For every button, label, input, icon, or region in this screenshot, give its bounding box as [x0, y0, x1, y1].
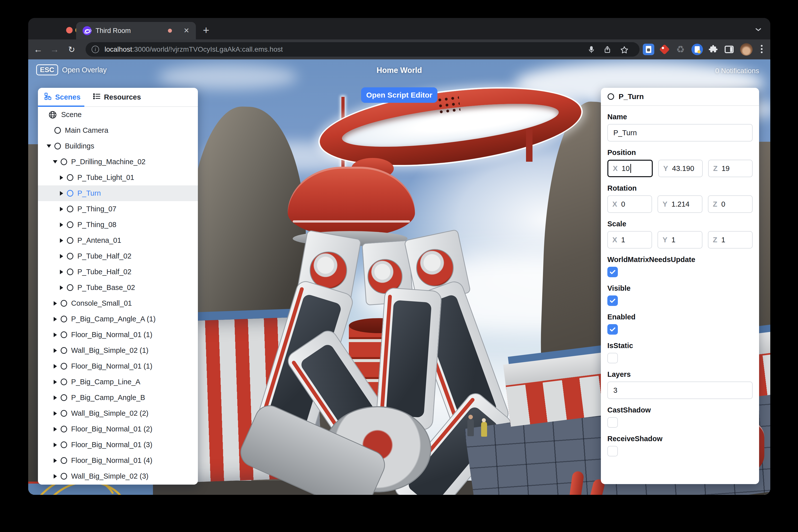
tree-caret-icon[interactable] [58, 254, 65, 259]
tab-scenes[interactable]: Scenes [44, 92, 81, 102]
tree-caret-icon[interactable] [58, 191, 65, 196]
receiveshadow-checkbox[interactable] [607, 446, 618, 456]
open-script-editor-button[interactable]: Open Script Editor [361, 87, 437, 103]
tree-item-p-big-camp-angle-a-1-[interactable]: P_Big_Camp_Angle_A (1) [38, 311, 198, 327]
tree-caret-icon[interactable] [52, 474, 59, 479]
tree-item-wall-big-simple-02-3-[interactable]: Wall_Big_Simple_02 (3) [38, 468, 198, 484]
node-circle-icon [61, 331, 67, 338]
tree-caret-icon[interactable] [52, 332, 59, 337]
extensions-puzzle-icon[interactable] [707, 44, 719, 55]
isstatic-checkbox[interactable] [607, 353, 618, 363]
node-circle-icon [67, 237, 73, 244]
scale-z-input[interactable]: Z1 [708, 231, 753, 249]
scale-y-input[interactable]: Y1 [658, 231, 702, 249]
position-x-input[interactable]: X10 [607, 160, 653, 177]
tree-item-wall-big-simple-02-2-[interactable]: Wall_Big_Simple_02 (2) [38, 405, 198, 421]
tree-item-p-drilling-machine-02[interactable]: P_Drilling_Machine_02 [38, 154, 198, 170]
tree-item-floor-big-normal-01-1-[interactable]: Floor_Big_Normal_01 (1) [38, 358, 198, 374]
tab-close-button[interactable]: ✕ [184, 27, 189, 34]
node-circle-icon [61, 457, 67, 464]
browser-tab[interactable]: Third Room ✕ [76, 22, 196, 39]
tree-caret-icon[interactable] [52, 458, 59, 463]
tree-caret-icon[interactable] [52, 443, 59, 447]
tree-item-p-turn[interactable]: P_Turn [38, 185, 198, 201]
tree-item-p-big-camp-angle-b[interactable]: P_Big_Camp_Angle_B [38, 390, 198, 405]
tree-caret-icon[interactable] [52, 411, 59, 416]
tree-item-p-tube-light-01[interactable]: P_Tube_Light_01 [38, 170, 198, 185]
tree-caret-icon[interactable] [45, 145, 52, 148]
rotation-x-input[interactable]: X0 [607, 195, 652, 213]
red-diamond-extension-icon[interactable] [659, 44, 670, 55]
name-input[interactable]: P_Turn [607, 124, 753, 141]
reload-button[interactable]: ↻ [64, 39, 80, 59]
tab-strip: Third Room ✕ + [28, 18, 770, 39]
notes-extension-icon[interactable] [691, 44, 703, 55]
tree-caret-icon[interactable] [58, 175, 65, 180]
layers-input[interactable]: 3 [607, 382, 753, 399]
macos-close-button[interactable] [66, 27, 73, 34]
tree-item-p-tube-base-02[interactable]: P_Tube_Base_02 [38, 280, 198, 296]
address-bar[interactable]: i localhost:3000/world/!vjrzmTVOcyIsLgaA… [86, 42, 640, 57]
side-panel-icon[interactable] [723, 44, 735, 55]
bookmark-star-icon[interactable] [620, 46, 628, 54]
tree-caret-icon[interactable] [52, 317, 59, 321]
tree-item-p-thing-08[interactable]: P_Thing_08 [38, 217, 198, 232]
rotation-y-input[interactable]: Y1.214 [658, 195, 702, 213]
tab-search-chevron-icon[interactable] [754, 25, 763, 35]
tree-item-floor-big-normal-01-4-[interactable]: Floor_Big_Normal_01 (4) [38, 453, 198, 468]
tree-caret-icon[interactable] [58, 223, 65, 227]
profile-avatar[interactable] [740, 43, 753, 56]
visible-checkbox[interactable] [607, 296, 618, 306]
tree-item-p-big-camp-line-a[interactable]: P_Big_Camp_Line_A [38, 374, 198, 390]
tree-caret-icon[interactable] [58, 207, 65, 211]
resources-list-icon [93, 92, 101, 102]
tree-item-floor-big-normal-01-1-[interactable]: Floor_Big_Normal_01 (1) [38, 327, 198, 343]
scale-x-input[interactable]: X1 [607, 231, 652, 249]
tree-caret-icon[interactable] [52, 348, 59, 353]
tree-item-buildings[interactable]: Buildings [38, 138, 198, 154]
microphone-icon[interactable] [587, 46, 595, 54]
tree-item-scene[interactable]: Scene [38, 107, 198, 122]
isstatic-label: IsStatic [607, 342, 753, 350]
inspector-header-title: P_Turn [619, 92, 644, 101]
browser-menu-icon[interactable] [761, 45, 763, 53]
tree-caret-icon[interactable] [52, 396, 59, 400]
tree-item-floor-big-normal-01-2-[interactable]: Floor_Big_Normal_01 (2) [38, 421, 198, 437]
tree-caret-icon[interactable] [58, 270, 65, 274]
app-content: ESC Open Overlay Home World 0 Notificati… [28, 59, 770, 495]
tree-caret-icon[interactable] [52, 427, 59, 432]
tab-resources[interactable]: Resources [93, 92, 141, 102]
site-info-icon[interactable]: i [92, 46, 99, 53]
back-button[interactable]: ← [30, 39, 46, 59]
password-manager-extension-icon[interactable] [643, 44, 654, 55]
tab-recording-indicator-icon [168, 29, 172, 33]
castshadow-checkbox[interactable] [607, 417, 618, 428]
tree-item-p-tube-half-02[interactable]: P_Tube_Half_02 [38, 264, 198, 280]
tree-item-console-small-01[interactable]: Console_Small_01 [38, 296, 198, 311]
tree-item-p-tube-half-02[interactable]: P_Tube_Half_02 [38, 248, 198, 264]
tree-caret-icon[interactable] [52, 380, 59, 384]
world-title: Home World [28, 66, 770, 75]
tree-caret-icon[interactable] [58, 285, 65, 290]
node-circle-icon [61, 473, 67, 480]
tree-item-floor-big-normal-01-3-[interactable]: Floor_Big_Normal_01 (3) [38, 437, 198, 453]
tree-item-p-antena-01[interactable]: P_Antena_01 [38, 232, 198, 248]
position-z-input[interactable]: Z19 [708, 160, 753, 177]
tree-item-main-camera[interactable]: Main Camera [38, 122, 198, 138]
worldmatrixneedsupdate-checkbox[interactable] [607, 267, 618, 277]
tree-item-wall-big-simple-02-1-[interactable]: Wall_Big_Simple_02 (1) [38, 343, 198, 358]
node-circle-icon [61, 410, 67, 417]
forward-button[interactable]: → [47, 39, 63, 59]
share-icon[interactable] [603, 46, 611, 54]
new-tab-button[interactable]: + [203, 25, 209, 35]
rotation-z-input[interactable]: Z0 [708, 195, 753, 213]
tab-scenes-label: Scenes [55, 93, 81, 101]
tree-caret-icon[interactable] [52, 364, 59, 368]
position-y-input[interactable]: Y43.190 [658, 160, 703, 177]
tree-caret-icon[interactable] [58, 238, 65, 243]
tree-item-p-thing-07[interactable]: P_Thing_07 [38, 201, 198, 217]
enabled-checkbox[interactable] [607, 324, 618, 335]
recycle-extension-icon[interactable]: ♻ [675, 44, 686, 55]
tree-caret-icon[interactable] [52, 301, 59, 306]
tree-caret-icon[interactable] [52, 160, 59, 164]
